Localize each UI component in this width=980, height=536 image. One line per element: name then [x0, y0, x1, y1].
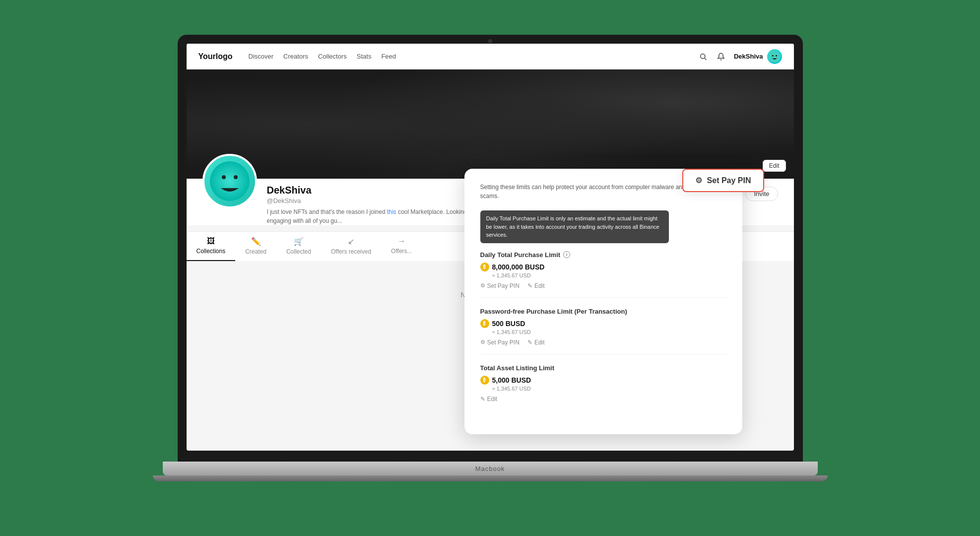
tooltip-box: Daily Total Purchase Limit is only an es…	[480, 210, 669, 243]
navbar-avatar	[767, 49, 782, 64]
offers-made-icon: →	[397, 237, 405, 246]
tab-offers-made[interactable]: → Offers...	[381, 232, 422, 261]
svg-line-1	[705, 58, 707, 60]
svg-point-7	[234, 175, 238, 179]
busd-icon-2: ₿	[480, 319, 489, 328]
passwordfree-set-pay-pin-link[interactable]: ⚙ Set Pay PIN	[480, 339, 520, 346]
svg-point-5	[210, 161, 250, 201]
notification-icon[interactable]	[716, 52, 726, 62]
asset-listing-edit-link[interactable]: ✎ Edit	[480, 396, 498, 402]
svg-point-3	[772, 55, 773, 56]
daily-edit-link[interactable]: ✎ Edit	[527, 282, 545, 289]
set-pay-pin-label: Set Pay PIN	[707, 176, 751, 185]
tab-offers-received-label: Offers received	[331, 248, 371, 255]
laptop-bottom-bar	[153, 475, 828, 481]
created-icon: ✏️	[251, 237, 261, 246]
passwordfree-limit-section: Password-free Purchase Limit (Per Transa…	[480, 308, 726, 354]
tab-offers-received[interactable]: ↙ Offers received	[321, 232, 381, 261]
svg-point-2	[769, 51, 781, 63]
banner-texture	[187, 69, 794, 179]
collected-icon: 🛒	[294, 237, 304, 246]
tab-collections[interactable]: 🖼 Collections	[187, 232, 236, 261]
offers-received-icon: ↙	[348, 237, 354, 246]
svg-point-6	[222, 175, 226, 179]
tab-collected[interactable]: 🛒 Collected	[276, 232, 321, 261]
daily-limit-info-icon[interactable]: i	[563, 251, 570, 258]
profile-banner: Edit	[187, 69, 794, 179]
nav-feed[interactable]: Feed	[381, 53, 396, 60]
user-menu[interactable]: DekShiva	[734, 49, 782, 64]
tab-offers-label: Offers...	[391, 248, 412, 255]
svg-point-0	[701, 54, 705, 58]
daily-limit-amount: 8,000,000 BUSD	[492, 263, 545, 271]
tab-created-label: Created	[245, 248, 266, 255]
passwordfree-limit-amount: 500 BUSD	[492, 320, 525, 328]
set-pay-pin-gear-icon: ⚙	[695, 176, 702, 185]
navbar: Yourlogo Discover Creators Collectors St…	[187, 44, 794, 69]
search-icon[interactable]	[698, 52, 708, 62]
gear-small-icon-1: ⚙	[480, 282, 485, 289]
laptop-base: Macbook	[163, 462, 818, 475]
bio-link[interactable]: this	[387, 208, 396, 215]
edit-icon-1: ✎	[527, 282, 532, 289]
tab-collections-label: Collections	[196, 248, 226, 255]
passwordfree-limit-actions: ⚙ Set Pay PIN ✎ Edit	[480, 339, 726, 346]
daily-set-pay-pin-link[interactable]: ⚙ Set Pay PIN	[480, 282, 520, 289]
banner-edit-button[interactable]: Edit	[763, 160, 786, 172]
nav-collectors[interactable]: Collectors	[318, 53, 347, 60]
limits-overlay-panel: Setting these limits can help protect yo…	[464, 169, 742, 434]
busd-icon-3: ₿	[480, 376, 489, 385]
asset-listing-limit-title: Total Asset Listing Limit	[480, 364, 726, 372]
asset-listing-limit-usd: ≈ 1,345.67 USD	[492, 386, 726, 392]
profile-page: Edit	[187, 69, 794, 451]
site-logo[interactable]: Yourlogo	[198, 52, 233, 61]
daily-limit-section: Daily Total Purchase Limit i ₿ 8,000,000…	[480, 251, 726, 298]
laptop-bezel: Yourlogo Discover Creators Collectors St…	[178, 35, 803, 462]
nav-creators[interactable]: Creators	[283, 53, 308, 60]
passwordfree-limit-usd: ≈ 1,345.67 USD	[492, 329, 726, 335]
daily-limit-title: Daily Total Purchase Limit i	[480, 251, 726, 259]
profile-avatar	[202, 154, 257, 208]
svg-point-4	[776, 55, 777, 56]
daily-limit-value: ₿ 8,000,000 BUSD	[480, 263, 726, 271]
asset-listing-limit-section: Total Asset Listing Limit ₿ 5,000 BUSD ≈…	[480, 364, 726, 410]
busd-icon-1: ₿	[480, 263, 489, 271]
browser-content: Yourlogo Discover Creators Collectors St…	[187, 44, 794, 451]
tab-collected-label: Collected	[286, 248, 311, 255]
tab-created[interactable]: ✏️ Created	[235, 232, 276, 261]
asset-listing-limit-actions: ✎ Edit	[480, 396, 726, 402]
daily-limit-actions: ⚙ Set Pay PIN ✎ Edit	[480, 282, 726, 289]
navbar-right: DekShiva	[698, 49, 782, 64]
laptop-screen: Yourlogo Discover Creators Collectors St…	[187, 44, 794, 451]
asset-listing-limit-value: ₿ 5,000 BUSD	[480, 376, 726, 385]
gear-small-icon-2: ⚙	[480, 339, 485, 345]
daily-limit-usd: ≈ 1,345.67 USD	[492, 272, 726, 278]
passwordfree-limit-value: ₿ 500 BUSD	[480, 319, 726, 328]
collections-icon: 🖼	[207, 237, 215, 246]
set-pay-pin-button[interactable]: ⚙ Set Pay PIN	[682, 169, 764, 192]
edit-icon-3: ✎	[480, 396, 485, 402]
asset-listing-limit-amount: 5,000 BUSD	[492, 376, 531, 384]
passwordfree-edit-link[interactable]: ✎ Edit	[527, 339, 545, 346]
navbar-username: DekShiva	[734, 53, 763, 60]
laptop-brand: Macbook	[475, 465, 505, 472]
nav-stats[interactable]: Stats	[357, 53, 372, 60]
laptop-camera	[488, 39, 492, 43]
nav-discover[interactable]: Discover	[249, 53, 274, 60]
navbar-links: Discover Creators Collectors Stats Feed	[249, 53, 698, 60]
edit-icon-2: ✎	[527, 339, 532, 346]
passwordfree-limit-title: Password-free Purchase Limit (Per Transa…	[480, 308, 726, 315]
